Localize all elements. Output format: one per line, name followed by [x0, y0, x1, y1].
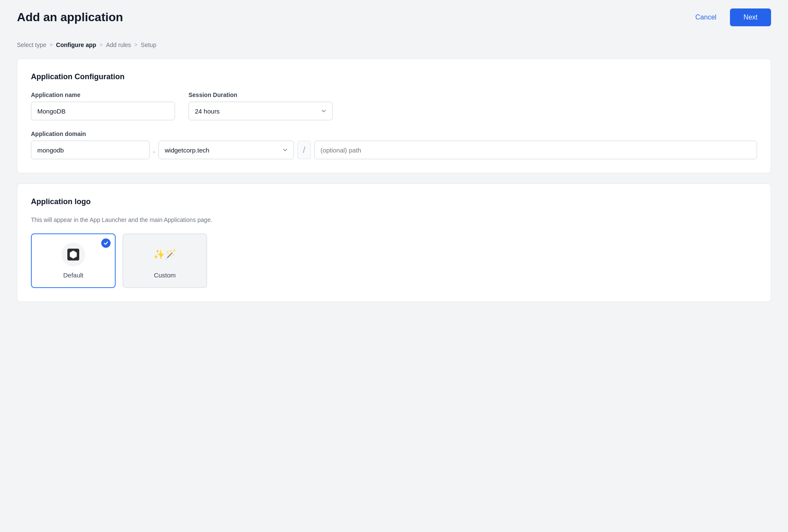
- next-button[interactable]: Next: [730, 8, 771, 26]
- logo-options: Default ✨🪄 Custom: [31, 233, 757, 288]
- domain-path-input[interactable]: [314, 141, 757, 159]
- breadcrumb-step-4: Setup: [141, 42, 156, 48]
- logo-option-custom[interactable]: ✨🪄 Custom: [122, 233, 207, 288]
- breadcrumb-step-1: Select type: [17, 42, 46, 48]
- breadcrumb-sep-1: >: [50, 42, 53, 48]
- custom-logo-label: Custom: [154, 272, 176, 279]
- session-duration-group: Session Duration 1 hour 4 hours 8 hours …: [189, 91, 333, 120]
- session-duration-select[interactable]: 1 hour 4 hours 8 hours 24 hours 48 hours…: [189, 102, 333, 120]
- app-name-label: Application name: [31, 91, 175, 98]
- app-domain-label: Application domain: [31, 130, 757, 137]
- check-icon: [103, 241, 108, 246]
- app-name-group: Application name: [31, 91, 175, 120]
- breadcrumb: Select type > Configure app > Add rules …: [0, 35, 788, 58]
- magic-wand-icon: ✨🪄: [153, 249, 176, 260]
- app-name-input[interactable]: [31, 102, 175, 120]
- selected-check-badge: [101, 238, 111, 248]
- default-logo-icon-container: [61, 243, 85, 266]
- logo-description: This will appear in the App Launcher and…: [31, 216, 757, 223]
- header-actions: Cancel Next: [688, 8, 771, 26]
- page-header: Add an application Cancel Next: [0, 0, 788, 35]
- breadcrumb-sep-2: >: [100, 42, 103, 48]
- app-domain-group: Application domain . widgetcorp.tech exa…: [31, 130, 757, 159]
- default-logo-label: Default: [63, 272, 83, 279]
- domain-subdomain-input[interactable]: [31, 141, 150, 159]
- breadcrumb-step-3: Add rules: [106, 42, 131, 48]
- app-config-card: Application Configuration Application na…: [17, 58, 771, 173]
- domain-row: . widgetcorp.tech example.com mycompany.…: [31, 141, 757, 159]
- logo-option-default[interactable]: Default: [31, 233, 116, 288]
- app-logo-card: Application logo This will appear in the…: [17, 183, 771, 302]
- custom-logo-icon-container: ✨🪄: [153, 243, 177, 266]
- page-title: Add an application: [17, 11, 123, 24]
- breadcrumb-step-2: Configure app: [56, 42, 96, 48]
- form-row-name-duration: Application name Session Duration 1 hour…: [31, 91, 757, 120]
- mongodb-default-icon: [67, 249, 79, 260]
- cancel-button[interactable]: Cancel: [688, 10, 723, 25]
- box-icon: [69, 250, 78, 259]
- domain-root-select[interactable]: widgetcorp.tech example.com mycompany.io: [158, 141, 294, 159]
- session-duration-label: Session Duration: [189, 91, 333, 98]
- app-config-title: Application Configuration: [31, 72, 757, 81]
- domain-dot-separator: .: [153, 146, 155, 155]
- app-logo-title: Application logo: [31, 197, 757, 206]
- breadcrumb-sep-3: >: [134, 42, 137, 48]
- domain-slash-separator: /: [297, 141, 311, 159]
- main-content: Application Configuration Application na…: [0, 58, 788, 302]
